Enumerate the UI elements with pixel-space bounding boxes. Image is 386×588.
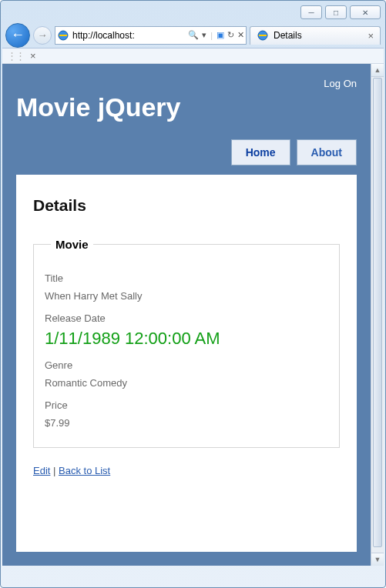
forward-button[interactable]: →: [33, 26, 52, 45]
minimize-icon: ─: [308, 8, 314, 17]
scroll-up-icon[interactable]: ▲: [371, 64, 384, 77]
maximize-icon: □: [334, 8, 338, 17]
navbar: ← → http://localhost: 🔍 ▾ | ▣ ↻ ✕: [2, 22, 384, 48]
content-panel: Details Movie Title When Harry Met Sally…: [16, 175, 357, 552]
title-label: Title: [45, 272, 328, 284]
address-icons: 🔍 ▾ | ▣ ↻ ✕: [188, 30, 244, 40]
toolbar-close-icon[interactable]: ×: [30, 50, 36, 62]
page-heading: Details: [33, 196, 340, 215]
toolbar-row: ⋮⋮ ×: [2, 48, 384, 64]
separator: |: [210, 31, 213, 40]
title-value: When Harry Met Sally: [45, 290, 328, 302]
toolbar-handle-icon: ⋮⋮: [7, 50, 24, 62]
search-dropdown-icon[interactable]: ▾: [202, 30, 206, 40]
price-value: $7.99: [45, 417, 328, 429]
stop-icon[interactable]: ✕: [237, 30, 244, 40]
address-text: http://localhost:: [72, 30, 185, 41]
app-title: Movie jQuery: [16, 92, 357, 122]
address-bar[interactable]: http://localhost: 🔍 ▾ | ▣ ↻ ✕: [55, 26, 247, 45]
window-close-button[interactable]: ✕: [350, 5, 381, 19]
refresh-icon[interactable]: ↻: [227, 30, 234, 40]
back-arrow-icon: ←: [11, 27, 25, 43]
nav-tabs: Home About: [16, 139, 357, 165]
viewport: ▲ ▼ Log On Movie jQuery Home About Detai…: [2, 64, 384, 566]
edit-link[interactable]: Edit: [33, 465, 50, 476]
logon-link[interactable]: Log On: [16, 78, 357, 89]
release-date-value: 1/11/1989 12:00:00 AM: [45, 329, 328, 349]
vertical-scrollbar[interactable]: ▲ ▼: [371, 64, 384, 566]
genre-value: Romantic Comedy: [45, 377, 328, 389]
maximize-button[interactable]: □: [325, 5, 347, 19]
scroll-down-icon[interactable]: ▼: [371, 553, 384, 566]
compat-view-icon[interactable]: ▣: [216, 30, 224, 40]
tab-title: Details: [274, 30, 302, 41]
tab-about[interactable]: About: [297, 139, 357, 165]
link-separator: |: [50, 465, 59, 476]
movie-fieldset: Movie Title When Harry Met Sally Release…: [33, 238, 340, 448]
price-label: Price: [45, 399, 328, 411]
search-icon[interactable]: 🔍: [188, 30, 199, 40]
tab-close-icon[interactable]: ×: [368, 30, 374, 42]
tab-favicon-icon: [257, 29, 269, 42]
genre-label: Genre: [45, 359, 328, 371]
forward-arrow-icon: →: [38, 29, 48, 41]
close-icon: ✕: [362, 8, 368, 17]
action-links: Edit | Back to List: [33, 465, 340, 476]
back-to-list-link[interactable]: Back to List: [59, 465, 110, 476]
ie-logo-icon: [57, 29, 69, 42]
release-date-label: Release Date: [45, 312, 328, 324]
browser-tab[interactable]: Details ×: [250, 26, 381, 45]
scroll-thumb[interactable]: [373, 78, 382, 547]
tab-home[interactable]: Home: [231, 139, 290, 165]
back-button[interactable]: ←: [5, 23, 30, 48]
fieldset-legend: Movie: [51, 238, 93, 251]
page: Log On Movie jQuery Home About Details M…: [2, 64, 371, 566]
titlebar: ─ □ ✕: [2, 2, 384, 22]
browser-window: ─ □ ✕ ← → http://localhost: 🔍 ▾ | ▣ ↻ ✕: [0, 0, 386, 588]
tab-label-wrap: Details: [257, 29, 302, 42]
minimize-button[interactable]: ─: [300, 5, 322, 19]
